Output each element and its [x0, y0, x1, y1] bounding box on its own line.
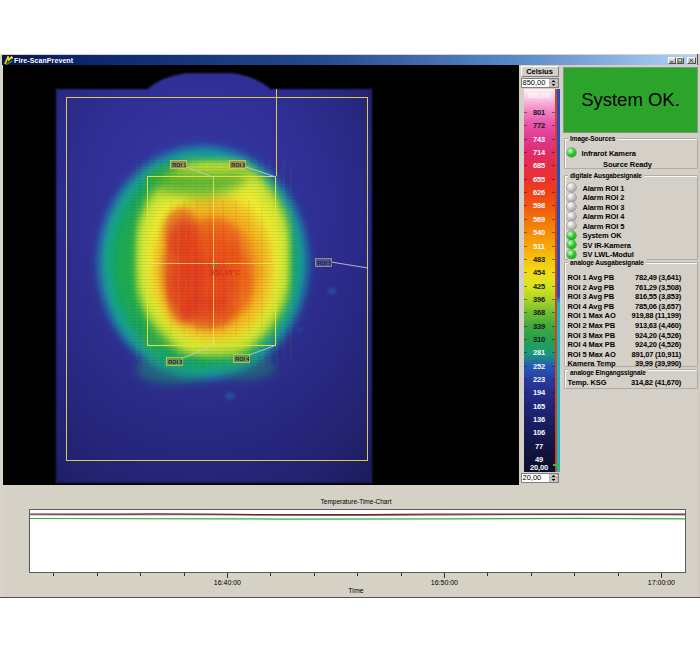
svg-text:ROI 5: ROI 5: [317, 260, 331, 266]
svg-text:851,05°C: 851,05°C: [211, 269, 240, 276]
svg-text:ROI 1: ROI 1: [172, 162, 186, 168]
svg-text:ROI 3: ROI 3: [168, 359, 182, 365]
svg-text:ROI 2: ROI 2: [231, 162, 245, 168]
svg-text:ROI 4: ROI 4: [235, 356, 250, 362]
